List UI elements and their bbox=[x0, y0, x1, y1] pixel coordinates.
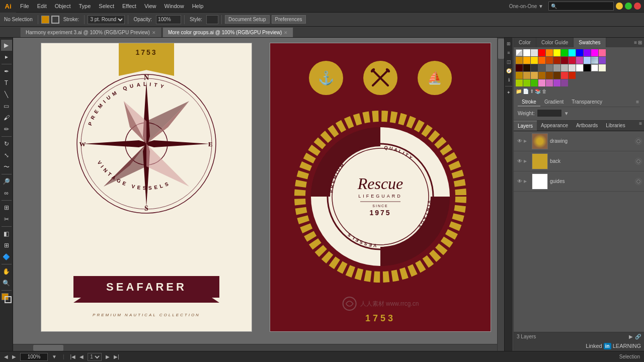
zoom-input[interactable] bbox=[20, 353, 48, 361]
layer-lock-guides[interactable] bbox=[635, 178, 642, 185]
fill-color-swatch[interactable] bbox=[41, 16, 49, 24]
layers-link-btn[interactable]: 🔗 bbox=[635, 334, 641, 339]
stroke-tab-stroke[interactable]: Stroke bbox=[518, 98, 540, 107]
swatch-light-gray[interactable] bbox=[531, 49, 538, 56]
pathfinder-tool[interactable]: ◫ bbox=[505, 58, 513, 66]
vertical-scrollbar[interactable] bbox=[497, 38, 504, 351]
status-nav-next[interactable]: ▶ bbox=[12, 354, 16, 359]
swatch-lime[interactable] bbox=[523, 79, 530, 86]
layers-tab-artboards[interactable]: Artboards bbox=[572, 121, 602, 131]
swatch-fuchsia[interactable] bbox=[576, 57, 583, 64]
swatch-purple[interactable] bbox=[599, 57, 606, 64]
css-tool[interactable]: ✦ bbox=[505, 88, 513, 97]
zoom-dropdown[interactable]: ▼ bbox=[52, 354, 57, 359]
menu-edit[interactable]: Edit bbox=[33, 0, 51, 13]
doc-setup-button[interactable]: Document Setup bbox=[225, 15, 270, 24]
swatch-delete[interactable]: 🗑 bbox=[542, 88, 547, 94]
swatch-swatch-lib[interactable]: 📚 bbox=[535, 88, 541, 94]
layer-lock-back[interactable] bbox=[635, 158, 642, 165]
swatch-dark-purple[interactable] bbox=[561, 79, 568, 86]
swatch-white[interactable] bbox=[523, 49, 530, 56]
navigator-tool[interactable]: 🧭 bbox=[505, 67, 513, 75]
color-guide-tab[interactable]: Color Guide bbox=[536, 38, 574, 47]
swatch-violet[interactable] bbox=[584, 49, 591, 56]
swatch-new-swatch[interactable]: 📄 bbox=[523, 88, 529, 94]
swatch-gold3[interactable] bbox=[531, 72, 538, 79]
layer-guides[interactable]: 👁 ▶ guides bbox=[514, 171, 644, 192]
swatch-dark-brown[interactable] bbox=[546, 72, 553, 79]
layer-eye-guides[interactable]: 👁 bbox=[516, 177, 524, 186]
artboard-select[interactable]: 1 bbox=[88, 353, 102, 361]
layer-lock-drawing[interactable] bbox=[635, 138, 642, 145]
canvas-area[interactable]: 1753 bbox=[13, 38, 504, 351]
layer-drawing[interactable]: 👁 ▶ drawing bbox=[514, 131, 644, 151]
mesh-tool[interactable]: ⊞ bbox=[1, 240, 12, 251]
menu-help[interactable]: Help bbox=[188, 0, 208, 13]
tab-close-color-groups[interactable]: ✕ bbox=[284, 28, 288, 38]
stroke-tab-transparency[interactable]: Transparency bbox=[568, 98, 606, 107]
swatch-red[interactable] bbox=[538, 49, 545, 56]
horizontal-scrollbar[interactable] bbox=[13, 344, 497, 351]
search-input[interactable] bbox=[548, 2, 614, 11]
style-input[interactable] bbox=[206, 15, 218, 24]
artboard-tool[interactable]: ⊞ bbox=[1, 202, 12, 213]
layer-back[interactable]: 👁 ▶ back bbox=[514, 151, 644, 171]
swatches-grid-view[interactable]: ⊞ bbox=[638, 40, 642, 45]
menu-select[interactable]: Select bbox=[95, 0, 118, 13]
swatch-none[interactable] bbox=[516, 49, 523, 56]
align-tool[interactable]: ≡ bbox=[505, 49, 513, 57]
layers-tab-layers[interactable]: Layers bbox=[514, 121, 537, 131]
scale-tool[interactable]: ⤡ bbox=[1, 150, 12, 161]
menu-effect[interactable]: Effect bbox=[118, 0, 140, 13]
swatch-yellow-green[interactable] bbox=[516, 79, 523, 86]
canvas-nav-next[interactable]: ▶ bbox=[106, 354, 110, 359]
close-button[interactable] bbox=[634, 3, 641, 10]
stroke-size-select[interactable]: 3 pt. Round bbox=[88, 15, 125, 24]
swatch-red2[interactable] bbox=[569, 72, 576, 79]
layers-tab-appearance[interactable]: Appearance bbox=[537, 121, 572, 131]
stroke-box[interactable] bbox=[51, 16, 59, 24]
transform-tool[interactable]: ⊞ bbox=[505, 40, 513, 48]
zoom-tool[interactable]: 🔍 bbox=[1, 278, 12, 289]
layers-tab-libraries[interactable]: Libraries bbox=[602, 121, 629, 131]
swatch-medium-gray[interactable] bbox=[538, 64, 545, 71]
layer-arrow-drawing[interactable]: ▶ bbox=[524, 139, 530, 143]
warp-tool[interactable]: 〜 bbox=[1, 161, 12, 172]
canvas-nav-prev[interactable]: ◀ bbox=[79, 354, 84, 359]
menu-window[interactable]: Window bbox=[160, 0, 188, 13]
swatch-white3[interactable] bbox=[591, 64, 598, 71]
pen-tool[interactable]: ✒ bbox=[1, 66, 12, 77]
preferences-button[interactable]: Preferences bbox=[272, 15, 306, 24]
eyedropper-tool[interactable]: 🔎 bbox=[1, 176, 12, 187]
swatch-yellow[interactable] bbox=[553, 49, 560, 56]
type-tool[interactable]: T bbox=[1, 77, 12, 88]
swatches-tab[interactable]: Swatches bbox=[574, 38, 606, 47]
swatch-gradient-blue[interactable] bbox=[591, 57, 598, 64]
swatch-magenta[interactable] bbox=[591, 49, 598, 56]
swatch-crimson[interactable] bbox=[569, 57, 576, 64]
swatch-dark-orange[interactable] bbox=[546, 57, 553, 64]
menu-view[interactable]: View bbox=[140, 0, 160, 13]
swatch-gold[interactable] bbox=[523, 57, 530, 64]
swatch-light-gray2[interactable] bbox=[553, 64, 560, 71]
swatch-very-dark-red[interactable] bbox=[516, 64, 523, 71]
swatch-move[interactable]: ⬆ bbox=[530, 88, 534, 94]
maximize-button[interactable] bbox=[625, 3, 632, 10]
swatch-brown-gold[interactable] bbox=[538, 72, 545, 79]
swatch-near-white[interactable] bbox=[569, 64, 576, 71]
swatch-bright-red[interactable] bbox=[561, 72, 568, 79]
swatch-cream[interactable] bbox=[599, 64, 606, 71]
blend-tool[interactable]: ∞ bbox=[1, 188, 12, 199]
swatch-blue[interactable] bbox=[576, 49, 583, 56]
swatch-gray[interactable] bbox=[546, 64, 553, 71]
swatch-maroon[interactable] bbox=[561, 57, 568, 64]
canvas-nav-first[interactable]: |◀ bbox=[70, 354, 76, 359]
swatch-white2[interactable] bbox=[576, 64, 583, 71]
swatch-near-black-brown[interactable] bbox=[523, 64, 530, 71]
swatch-pale-gray[interactable] bbox=[561, 64, 568, 71]
swatch-dark-red[interactable] bbox=[553, 57, 560, 64]
stroke-tab-gradient[interactable]: Gradient bbox=[540, 98, 568, 107]
info-tool[interactable]: ℹ bbox=[505, 76, 513, 84]
layer-arrow-back[interactable]: ▶ bbox=[524, 159, 530, 163]
swatch-orange[interactable] bbox=[546, 49, 553, 56]
